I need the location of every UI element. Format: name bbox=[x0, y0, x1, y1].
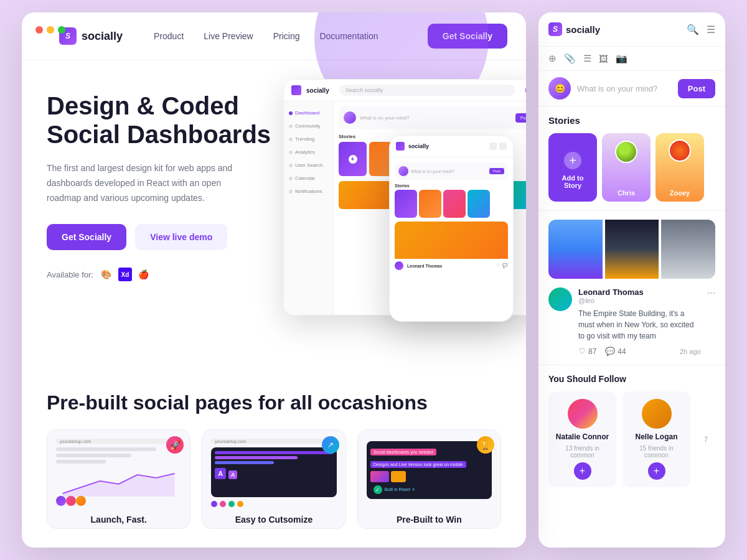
nelle-follow-btn[interactable]: + bbox=[648, 462, 665, 480]
mobile-post-text[interactable]: What is on your mind? bbox=[411, 169, 487, 174]
right-logo: S socially bbox=[548, 22, 682, 36]
add-icon[interactable]: ⊕ bbox=[548, 53, 557, 64]
menu-icon[interactable]: ☰ bbox=[707, 24, 715, 35]
story-add-card[interactable]: + Add toStory bbox=[548, 133, 597, 202]
sidebar-community[interactable]: Community bbox=[284, 119, 333, 133]
follow-row: Natalie Connor 13 friends in common + Ne… bbox=[548, 391, 715, 487]
camera-icon[interactable]: 📷 bbox=[616, 53, 627, 64]
right-nav: S socially 🔍 ☰ bbox=[538, 12, 725, 47]
dash-add-btn[interactable]: + bbox=[525, 85, 526, 96]
follow-section: You Should Follow Natalie Connor 13 frie… bbox=[538, 365, 725, 496]
dot-green bbox=[58, 26, 65, 34]
mobile-story-3[interactable] bbox=[467, 190, 490, 218]
window-controls bbox=[35, 26, 65, 34]
nelle-mutual: 15 friends in common bbox=[627, 445, 685, 459]
available-for: Available for: 🎨 Xd 🍎 bbox=[47, 268, 296, 281]
post-time: 2h ago bbox=[680, 348, 701, 355]
sidebar-analytics[interactable]: Analytics bbox=[284, 146, 333, 159]
chris-avatar bbox=[615, 141, 637, 163]
mobile-stories bbox=[395, 190, 508, 218]
nav-product[interactable]: Product bbox=[154, 31, 184, 41]
feature-cards: yourstartup.com 🚀 bbox=[47, 429, 501, 529]
right-logo-icon: S bbox=[548, 22, 562, 36]
mobile-icon-1 bbox=[489, 142, 497, 150]
hero-section: Design & Coded Social Dashboards The fir… bbox=[22, 60, 526, 300]
stories-label: Stories bbox=[548, 115, 715, 126]
line-2 bbox=[56, 454, 131, 457]
nav-pricing[interactable]: Pricing bbox=[273, 31, 300, 41]
story-chris-name: Chris bbox=[602, 189, 651, 197]
feed-img-tunnel bbox=[661, 220, 715, 279]
dash-post-input[interactable]: What is on your mind? bbox=[360, 115, 512, 121]
sidebar-calendar[interactable]: Calendar bbox=[284, 172, 333, 185]
natalie-follow-btn[interactable]: + bbox=[574, 462, 591, 480]
mobile-nav-icons bbox=[489, 142, 507, 150]
card-label-2: Easy to Cutsomize bbox=[202, 511, 345, 528]
available-icons: 🎨 Xd 🍎 bbox=[100, 268, 151, 281]
mobile-icon-2 bbox=[499, 142, 507, 150]
right-card: S socially 🔍 ☰ ⊕ 📎 ☰ 🖼 📷 😊 What is on yo… bbox=[538, 12, 725, 548]
follow-card-nelle: Nelle Logan 15 friends in common + bbox=[622, 391, 690, 487]
comment-icon: 💬 bbox=[605, 347, 615, 356]
card-inner-3: 🏆 Social dashboards you needed Designs a… bbox=[358, 430, 500, 511]
feed-post-handle: @leo bbox=[578, 297, 701, 304]
dark-line-1 bbox=[215, 451, 332, 454]
react-badge: ✓ Built in React ⚛ bbox=[370, 484, 418, 495]
likes-count: 87 bbox=[588, 347, 596, 356]
card-chart-1 bbox=[56, 469, 181, 493]
mobile-post-area: What is on your mind? Post bbox=[395, 162, 508, 180]
sidebar-notifications[interactable]: Notifications bbox=[284, 185, 333, 198]
right-nav-icons: 🔍 ☰ bbox=[687, 24, 715, 35]
mobile-content: What is on your mind? Post Stories Leona… bbox=[390, 157, 513, 281]
follow-count: 7 bbox=[697, 436, 715, 443]
feed-img-city bbox=[605, 220, 659, 279]
card-inner-2: yourstartup.com ↗ A A bbox=[202, 430, 345, 511]
natalie-avatar bbox=[568, 399, 598, 429]
line-1 bbox=[56, 447, 156, 451]
feature-card-launch: yourstartup.com 🚀 bbox=[47, 429, 190, 529]
nav-live-preview[interactable]: Live Preview bbox=[204, 31, 253, 41]
logo: S socially bbox=[59, 27, 123, 45]
attachment-icon[interactable]: 📎 bbox=[564, 53, 576, 64]
mobile-mockup: socially What is on your mind? Post Stor… bbox=[389, 135, 514, 322]
stories-row: + Add toStory Chris Zooey bbox=[548, 133, 715, 202]
mobile-story-add[interactable] bbox=[395, 190, 417, 218]
more-options-btn[interactable]: ··· bbox=[707, 287, 715, 299]
mobile-post-btn[interactable]: Post bbox=[489, 168, 504, 174]
natalie-name: Natalie Connor bbox=[556, 432, 609, 441]
mobile-avatar bbox=[398, 166, 408, 176]
comments-stat: 💬 44 bbox=[605, 347, 626, 356]
sidebar-dashboard[interactable]: Dashboard bbox=[284, 106, 333, 119]
search-icon[interactable]: 🔍 bbox=[687, 24, 699, 35]
sketch-icon: 🍎 bbox=[137, 268, 151, 281]
story-add-btn[interactable]: + bbox=[564, 152, 581, 169]
hero-description: The first and largest design kit for web… bbox=[47, 161, 246, 205]
mobile-story-2[interactable] bbox=[443, 190, 466, 218]
sidebar-trending[interactable]: Trending bbox=[284, 133, 333, 146]
heart-icon: ♡ bbox=[578, 347, 586, 356]
dash-post-btn[interactable]: Post bbox=[515, 113, 526, 123]
hero-live-demo-button[interactable]: View live demo bbox=[135, 224, 227, 250]
sidebar-user-search[interactable]: User Search bbox=[284, 159, 333, 172]
figma-icon: 🎨 bbox=[100, 268, 113, 281]
feed-post-info: Leonard Thomas @leo The Empire State Bui… bbox=[578, 287, 701, 356]
dash-post-area: What is on your mind? Post bbox=[339, 106, 526, 129]
dash-nav: socially Search socially + bbox=[284, 80, 526, 101]
list-icon[interactable]: ☰ bbox=[583, 53, 591, 64]
story-zooey[interactable]: Zooey bbox=[655, 133, 704, 202]
story-chris[interactable]: Chris bbox=[602, 133, 651, 202]
story-add[interactable]: + bbox=[339, 142, 367, 176]
card-header-1: yourstartup.com 🚀 bbox=[56, 439, 181, 444]
right-post-input[interactable]: What is on your mind? bbox=[577, 84, 672, 93]
purple-label-1: Designs and Live Version look great on m… bbox=[370, 461, 466, 468]
image-icon[interactable]: 🖼 bbox=[599, 54, 608, 64]
mobile-post-user: Leonard Thomas bbox=[407, 264, 492, 268]
card-url-2: yourstartup.com bbox=[211, 439, 336, 444]
right-post-btn[interactable]: Post bbox=[678, 79, 715, 98]
dark-line-2 bbox=[215, 456, 298, 459]
mobile-post-footer: Leonard Thomas ♡💬 bbox=[395, 259, 508, 273]
mobile-story-1[interactable] bbox=[419, 190, 441, 218]
right-post-area: 😊 What is on your mind? Post bbox=[538, 71, 725, 106]
hero-get-socially-button[interactable]: Get Socially bbox=[47, 224, 126, 250]
dash-sidebar: Dashboard Community Trending Analytics U… bbox=[284, 101, 334, 315]
